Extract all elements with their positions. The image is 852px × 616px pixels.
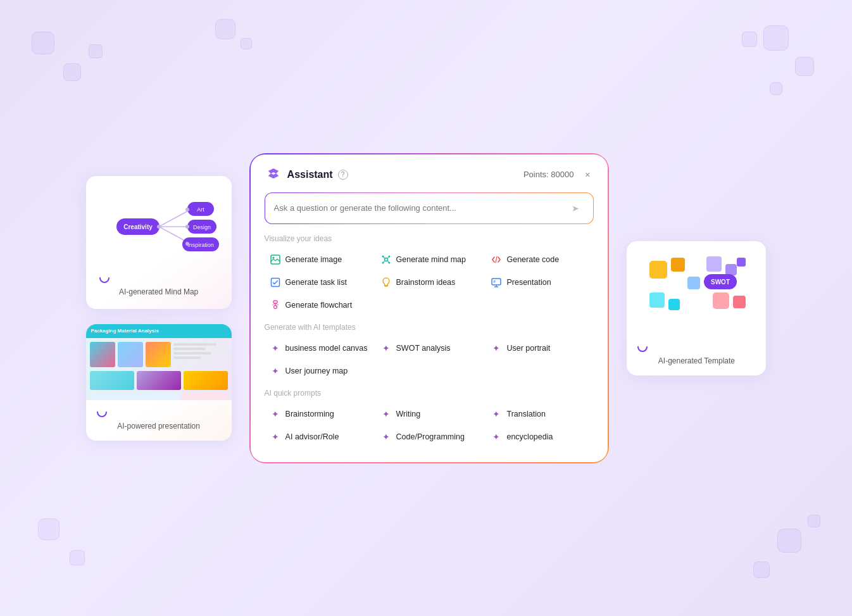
code-programming-item[interactable]: ✦ Code/Programming bbox=[375, 428, 484, 446]
templates-grid: ✦ business model canvas ✦ SWOT analysis … bbox=[265, 339, 594, 380]
svg-point-15 bbox=[100, 273, 109, 282]
brainstorm-label: Brainstorm ideas bbox=[396, 278, 456, 287]
svg-point-19 bbox=[272, 256, 274, 258]
generate-image-icon bbox=[270, 255, 281, 265]
pres-line-3 bbox=[173, 352, 211, 355]
prompt-dot-icon-5: ✦ bbox=[380, 432, 392, 442]
svg-point-37 bbox=[273, 305, 277, 308]
pres-img-2 bbox=[118, 342, 143, 367]
brainstorm-icon bbox=[380, 277, 392, 287]
logo-icon bbox=[265, 166, 282, 184]
svg-line-0 bbox=[159, 210, 191, 227]
user-journey-label: User journey map bbox=[285, 367, 348, 375]
translation-item[interactable]: ✦ Translation bbox=[486, 405, 594, 423]
svg-point-53 bbox=[638, 343, 647, 351]
pres-table2 bbox=[182, 393, 227, 400]
business-model-label: business model canvas bbox=[285, 344, 368, 353]
pres-row3 bbox=[86, 390, 232, 400]
generate-image-item[interactable]: Generate image bbox=[265, 251, 373, 268]
pres-text-lines bbox=[173, 342, 228, 367]
user-journey-item[interactable]: ✦ User journey map bbox=[265, 362, 373, 380]
generate-task-icon bbox=[270, 277, 281, 287]
template-dot-icon-4: ✦ bbox=[270, 366, 281, 376]
search-input[interactable] bbox=[274, 203, 562, 213]
header-right: Points: 80000 × bbox=[523, 168, 594, 181]
template-card-loading bbox=[637, 341, 756, 353]
visualize-items-grid: Generate image bbox=[265, 251, 594, 314]
visualize-section-title: Visualize your ideas bbox=[265, 234, 594, 243]
svg-rect-50 bbox=[687, 277, 700, 289]
svg-point-20 bbox=[384, 258, 387, 261]
prompt-dot-icon-3: ✦ bbox=[491, 409, 502, 419]
svg-line-26 bbox=[387, 257, 389, 258]
pres-line-2 bbox=[173, 348, 206, 350]
pres-loading bbox=[96, 406, 222, 418]
svg-line-25 bbox=[384, 257, 385, 258]
translation-label: Translation bbox=[506, 410, 545, 418]
generate-task-item[interactable]: Generate task list bbox=[265, 273, 373, 291]
prompt-dot-icon-6: ✦ bbox=[491, 432, 502, 442]
flowchart-item[interactable]: Generate flowchart bbox=[265, 296, 373, 314]
templates-section: Generate with AI templates ✦ business mo… bbox=[265, 323, 594, 380]
writing-item[interactable]: ✦ Writing bbox=[375, 405, 484, 423]
svg-rect-44 bbox=[725, 264, 737, 275]
svg-point-16 bbox=[97, 408, 106, 417]
generate-mindmap-item[interactable]: Generate mind map bbox=[375, 251, 484, 268]
generate-task-label: Generate task list bbox=[285, 278, 347, 287]
template-card-label: AI-generated Template bbox=[637, 356, 756, 365]
send-button[interactable]: ➤ bbox=[567, 199, 584, 217]
dialog-title: Assistant bbox=[287, 169, 333, 180]
template-dot-icon-2: ✦ bbox=[380, 343, 392, 353]
pres-img-1 bbox=[90, 342, 115, 367]
prompts-section: AI quick prompts ✦ Brainstorming ✦ Writi… bbox=[265, 389, 594, 446]
svg-text:Design: Design bbox=[193, 224, 211, 230]
business-model-item[interactable]: ✦ business model canvas bbox=[265, 339, 373, 357]
svg-rect-48 bbox=[649, 292, 665, 308]
pres-content bbox=[86, 338, 232, 371]
ai-advisor-item[interactable]: ✦ AI advisor/Role bbox=[265, 428, 373, 446]
pres-row2-img2 bbox=[137, 371, 181, 390]
brainstorming-label: Brainstorming bbox=[285, 410, 334, 418]
prompt-dot-icon-2: ✦ bbox=[380, 409, 392, 419]
pres-img-3 bbox=[146, 342, 171, 367]
svg-line-28 bbox=[387, 261, 389, 262]
svg-rect-36 bbox=[273, 301, 277, 303]
pres-title-text: Packaging Material Analysis bbox=[91, 328, 159, 334]
svg-text:Creativity: Creativity bbox=[123, 223, 153, 230]
pres-line-4 bbox=[173, 356, 201, 359]
templates-section-title: Generate with AI templates bbox=[265, 323, 594, 332]
mind-map-svg: Creativity Art Design Inspiration bbox=[99, 189, 219, 265]
svg-point-12 bbox=[185, 208, 189, 211]
swot-item[interactable]: ✦ SWOT analysis bbox=[375, 339, 484, 357]
help-icon[interactable]: ? bbox=[338, 170, 348, 180]
generate-image-label: Generate image bbox=[285, 255, 342, 264]
presentation-icon: P bbox=[491, 277, 502, 287]
points-label: Points: 80000 bbox=[523, 170, 574, 179]
prompt-dot-icon-1: ✦ bbox=[270, 409, 281, 419]
template-preview: SWOT bbox=[637, 251, 756, 334]
svg-rect-18 bbox=[271, 255, 280, 264]
swot-label: SWOT analysis bbox=[396, 344, 451, 353]
generate-code-icon bbox=[491, 255, 502, 265]
template-squares-svg: SWOT bbox=[637, 251, 756, 334]
user-portrait-item[interactable]: ✦ User portrait bbox=[486, 339, 594, 357]
svg-text:Inspiration: Inspiration bbox=[187, 242, 214, 248]
loading-spinner-icon-2 bbox=[96, 406, 108, 418]
svg-rect-47 bbox=[733, 296, 746, 308]
presentation-card-label: AI-powered presentation bbox=[96, 422, 222, 431]
presentation-item[interactable]: P Presentation bbox=[486, 273, 594, 291]
svg-line-27 bbox=[384, 261, 385, 262]
generate-mindmap-label: Generate mind map bbox=[396, 255, 466, 264]
dialog-body: Visualize your ideas Generate image bbox=[251, 234, 608, 462]
mind-map-loading bbox=[99, 272, 219, 284]
code-programming-label: Code/Programming bbox=[396, 432, 465, 441]
encyclopedia-item[interactable]: ✦ encyclopedia bbox=[486, 428, 594, 446]
close-button[interactable]: × bbox=[581, 168, 594, 181]
template-card: SWOT AI-generated Template bbox=[627, 241, 766, 375]
generate-code-item[interactable]: Generate code bbox=[486, 251, 594, 268]
search-bar[interactable]: ➤ bbox=[265, 192, 594, 224]
brainstorm-item[interactable]: Brainstorm ideas bbox=[375, 273, 484, 291]
presentation-card: Packaging Material Analysis bbox=[86, 324, 232, 441]
brainstorming-item[interactable]: ✦ Brainstorming bbox=[265, 405, 373, 423]
generate-mindmap-icon bbox=[380, 255, 392, 265]
